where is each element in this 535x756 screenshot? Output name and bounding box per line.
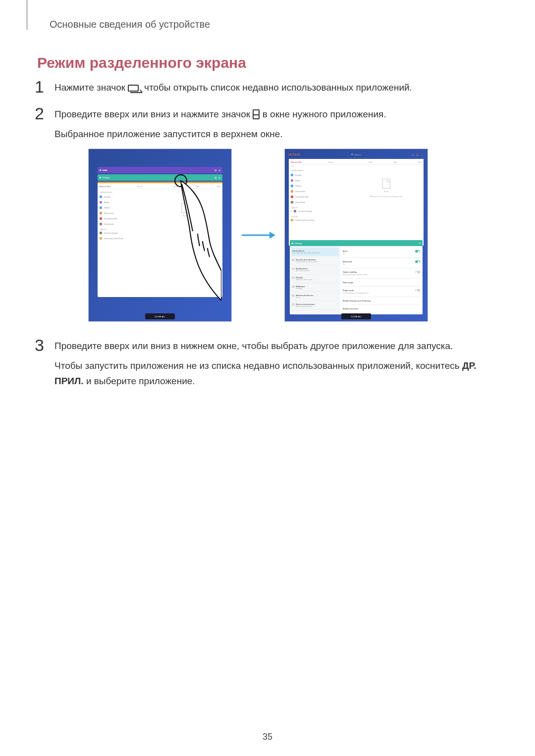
step-1-pre: Нажмите значок [54,82,128,93]
app-card-background: ■■■■ ⊟✕ [98,167,222,173]
split-icon: ⊟ [214,169,216,172]
left-screen: ■■■■ ⊟✕ Settings ⊟✕ Recent files Name D [88,149,232,322]
step-3: 3 Проведите вверх или вниз в нижнем окне… [35,337,495,394]
step-2-post: в окне нужного приложения. [263,109,386,119]
recents-icon [128,85,139,92]
toggle-icon [415,260,420,263]
step-1: 1 Нажмите значок , чтобы открыть список … [35,78,495,100]
toggle-icon [415,271,420,273]
step-3-line1: Проведите вверх или вниз в нижнем окне, … [54,339,495,353]
app-card-settings: Settings ⊟✕ [98,174,222,181]
step-2: 2 Проведите вверх или вниз и нажмите зна… [35,105,495,147]
svg-marker-2 [269,232,275,239]
right-screen: MY FILES 🔍 Search ⇅⊞⋮ Recent files Name … [284,149,428,322]
empty-state: No files After you take screenshots, the… [364,179,409,198]
step-number: 2 [35,105,48,147]
toggle-icon [415,250,420,252]
page-header: Основные сведения об устройстве [50,19,210,30]
step-2-line2: Выбранное приложение запустится в верхне… [54,127,386,142]
doc-icon [181,203,189,213]
more-apps-button: MORE APPS⋮ [405,234,421,237]
split-top-pane: Recent files Name Date Type Size ━━━━ CA… [289,159,424,246]
illustration: ■■■■ ⊟✕ Settings ⊟✕ Recent files Name D [88,149,455,322]
close-icon: ✕ [218,176,220,179]
step-2-pre: Проведите вверх или вниз и нажмите значо… [54,109,253,119]
step-3-text: Проведите вверх или вниз в нижнем окне, … [54,337,495,394]
app-card-myfiles: Recent files Name Date Type Size CATEGOR… [98,182,222,297]
step-number: 1 [35,78,48,100]
empty-state: No files [168,203,203,217]
step-number: 3 [35,337,48,394]
split-bottom-pane: MORE APPS⋮ Settings ✕ ConnectionsWi-Fi, … [290,240,423,314]
step-1-text: Нажмите значок , чтобы открыть список не… [54,78,412,100]
page-number: 35 [0,732,535,742]
section-title: Режим разделенного экрана [37,54,246,71]
split-icon: ⊟ [214,176,216,179]
step-1-post: , чтобы открыть список недавно использов… [139,82,412,93]
step-2-text: Проведите вверх или вниз и нажмите значо… [54,105,386,147]
doc-icon [382,179,390,189]
close-all-button: CLOSE ALL [145,313,175,319]
toggle-icon [415,289,420,292]
split-icon [253,109,260,119]
step-3-line2c: и выберите приложение. [84,376,195,386]
arrow-icon [241,230,275,240]
side-rule [27,0,27,30]
close-icon: ✕ [218,169,220,172]
close-icon: ✕ [419,242,421,245]
step-3-line2a: Чтобы запустить приложения не из списка … [54,360,462,371]
close-all-button: CLOSE ALL [341,313,371,319]
